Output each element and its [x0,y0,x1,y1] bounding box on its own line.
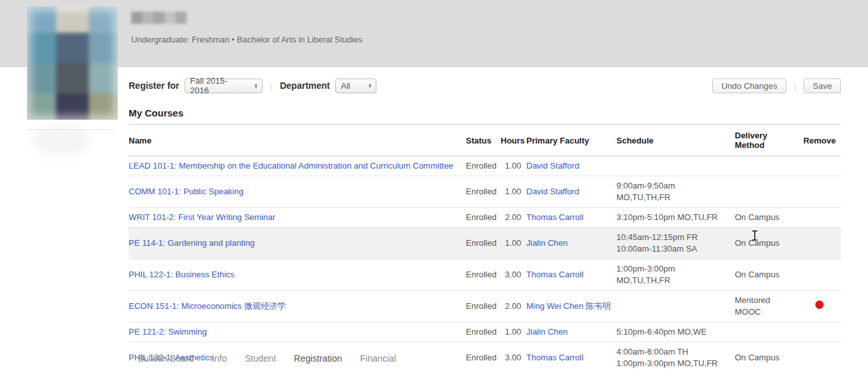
save-button[interactable]: Save [804,79,841,93]
schedule-cell: 3:10pm-5:10pm MO,TU,FR [616,208,735,228]
header-band [0,0,868,67]
status-cell: Enrolled [466,259,501,291]
status-cell: Enrolled [466,176,501,208]
controls-separator: | [270,81,272,91]
hours-cell: 1.00 [501,228,526,259]
buttons-separator: | [794,81,796,91]
term-select-value: Fall 2015-2016 [190,76,246,95]
course-link[interactable]: ECON 151-1: Microeconomics 微观经济学 [129,301,286,311]
col-header-status: Status [466,125,501,156]
remove-cell [802,259,841,291]
tab-bar: Bulletin Board Info Student Registration… [129,347,405,370]
delivery-method-cell [735,322,802,342]
tab-financial[interactable]: Financial [351,347,405,370]
table-row: COMM 101-1: Public Speaking Enrolled 1.0… [129,176,841,208]
faculty-link[interactable]: Thomas Carroll [526,270,584,279]
status-cell: Enrolled [466,156,501,176]
department-select[interactable]: All ▴▾ [335,79,376,93]
hours-cell: 1.00 [501,156,526,176]
term-select[interactable]: Fall 2015-2016 ▴▾ [185,79,263,93]
remove-cell [802,176,841,208]
undo-changes-button[interactable]: Undo Changes [712,79,786,93]
hours-cell: 2.00 [501,208,526,228]
course-link[interactable]: PE 121-2: Swimming [129,327,207,337]
table-row: LEAD 101-1: Membership on the Educationa… [129,156,841,176]
status-cell: Enrolled [466,208,501,228]
schedule-cell: 10:45am-12:15pm FR10:00am-11:30am SA [616,228,735,259]
tab-student[interactable]: Student [236,347,285,370]
schedule-cell: 4:00am-6:00am TH1:00pm-3:00pm MO,TU,FR [616,342,735,370]
course-link[interactable]: WRIT 101-2: First Year Writing Seminar [129,212,275,222]
status-cell: Enrolled [466,291,501,322]
delivery-method-cell [735,176,802,208]
table-row: PE 114-1: Gardening and planting Enrolle… [129,228,841,259]
remove-cell [802,208,841,228]
faculty-link[interactable]: Thomas Carroll [526,353,584,362]
hours-cell: 3.00 [501,259,526,291]
col-header-schedule: Schedule [616,125,735,156]
faculty-link[interactable]: David Stafford [526,187,579,196]
schedule-cell: 5:10pm-6:40pm MO,WE [616,322,735,342]
hours-cell: 1.00 [501,322,526,342]
col-header-primary-faculty: Primary Faculty [526,125,616,156]
table-header-row: Name Status Hours Primary Faculty Schedu… [129,125,841,156]
table-row: WRIT 101-2: First Year Writing Seminar E… [129,208,841,228]
tab-registration[interactable]: Registration [285,347,351,370]
select-arrows-icon: ▴▾ [369,83,371,88]
course-link[interactable]: COMM 101-1: Public Speaking [129,187,243,196]
profile-photo-pixels [27,6,118,120]
col-header-remove: Remove [802,125,841,156]
tab-bulletin-board[interactable]: Bulletin Board [129,347,203,370]
tab-info[interactable]: Info [203,347,235,370]
hours-cell: 3.00 [501,342,526,370]
col-header-hours: Hours [501,125,526,156]
department-label: Department [280,80,330,91]
student-name-redacted [131,12,187,24]
sidebar-divider [27,129,113,130]
faculty-link[interactable]: David Stafford [526,161,579,171]
course-link[interactable]: LEAD 101-1: Membership on the Educationa… [129,161,453,171]
delivery-method-cell: Mentored MOOC [735,291,802,322]
faculty-link[interactable]: Ming Wei Chen 陈韦明 [526,301,611,311]
delivery-method-cell: On Campus [735,342,802,370]
text-cursor [752,230,758,241]
remove-indicator[interactable] [815,301,824,309]
schedule-cell [616,291,735,322]
col-header-name: Name [129,125,466,156]
remove-cell [802,342,841,370]
remove-cell [802,228,841,259]
hours-cell: 1.00 [501,176,526,208]
hours-cell: 2.00 [501,291,526,322]
table-row: ECON 151-1: Microeconomics 微观经济学 Enrolle… [129,291,841,322]
remove-cell [802,291,841,322]
my-courses-title: My Courses [129,107,841,125]
faculty-link[interactable]: Jialin Chen [526,327,568,337]
profile-photo [27,6,118,120]
course-table-body: LEAD 101-1: Membership on the Educationa… [129,156,841,370]
schedule-cell: 1:00pm-3:00pmMO,TU,TH,FR [616,259,735,291]
delivery-method-cell: On Campus [735,259,802,291]
select-arrows-icon: ▴▾ [255,83,257,88]
schedule-cell [616,156,735,176]
faculty-link[interactable]: Jialin Chen [526,238,568,248]
department-select-value: All [341,81,350,91]
faculty-link[interactable]: Thomas Carroll [526,212,584,222]
status-cell: Enrolled [466,228,501,259]
col-header-delivery-method: Delivery Method [735,125,802,156]
status-cell: Enrolled [466,342,501,370]
delivery-method-cell: On Campus [735,208,802,228]
remove-cell [802,322,841,342]
register-for-label: Register for [129,80,180,91]
student-subtitle: Undergraduate: Freshman • Bachelor of Ar… [131,35,362,44]
delivery-method-cell [735,156,802,176]
schedule-cell: 9:00am-9:50amMO,TU,TH,FR [616,176,735,208]
remove-cell [802,156,841,176]
courses-table: Name Status Hours Primary Faculty Schedu… [129,125,841,370]
table-row: PHIL 122-1: Business Ethics Enrolled 3.0… [129,259,841,291]
sidebar-blurred-badge [32,126,90,156]
course-link[interactable]: PHIL 122-1: Business Ethics [129,270,234,279]
table-row: PE 121-2: Swimming Enrolled 1.00 Jialin … [129,322,841,342]
status-cell: Enrolled [466,322,501,342]
course-link[interactable]: PE 114-1: Gardening and planting [129,238,255,248]
delivery-method-cell: On Campus [735,228,802,259]
